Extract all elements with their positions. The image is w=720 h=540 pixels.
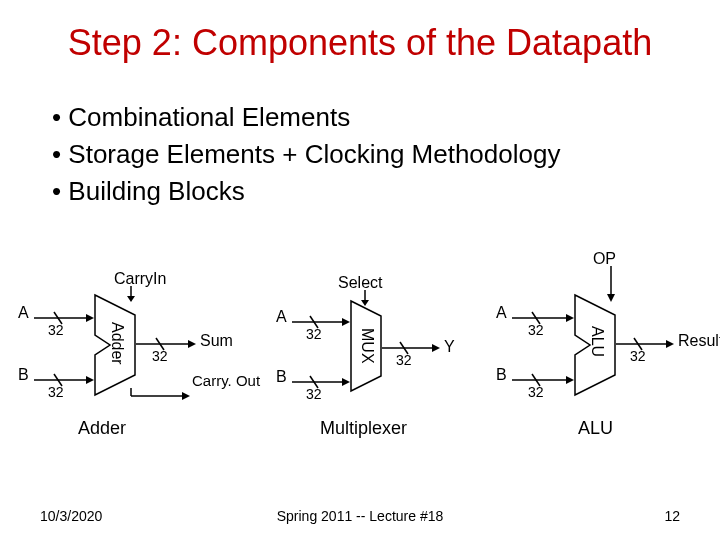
svg-marker-15 <box>361 300 369 306</box>
mux-a-label: A <box>276 308 287 326</box>
result-label: Result <box>678 332 720 350</box>
carryin-label: CarryIn <box>114 270 166 288</box>
mux-caption: Multiplexer <box>320 418 407 439</box>
op-arrow <box>606 266 616 302</box>
svg-marker-26 <box>607 294 615 302</box>
svg-marker-31 <box>566 376 574 384</box>
svg-marker-34 <box>666 340 674 348</box>
svg-marker-28 <box>566 314 574 322</box>
carryout-label: Carry. Out <box>192 372 260 389</box>
alu-caption: ALU <box>578 418 613 439</box>
carryin-arrow <box>126 286 136 302</box>
bullet-item: Storage Elements + Clocking Methodology <box>52 137 560 172</box>
alu-a-width: 32 <box>528 322 544 338</box>
alu-result-width: 32 <box>630 348 646 364</box>
footer-center: Spring 2011 -- Lecture #18 <box>0 508 720 524</box>
mux-b-width: 32 <box>306 386 322 402</box>
bullet-item: Building Blocks <box>52 174 560 209</box>
mux-block-label: MUX <box>358 328 376 364</box>
alu-block-label: ALU <box>588 326 606 357</box>
adder-a-width: 32 <box>48 322 64 338</box>
alu-b-label: B <box>496 366 507 384</box>
svg-marker-13 <box>182 392 190 400</box>
adder-sum-width: 32 <box>152 348 168 364</box>
mux-y-width: 32 <box>396 352 412 368</box>
slide: Step 2: Components of the Datapath Combi… <box>0 0 720 540</box>
diagram-area: CarryIn Select OP Adder A 32 B 32 32 Sum… <box>0 250 720 490</box>
svg-marker-23 <box>432 344 440 352</box>
adder-a-label: A <box>18 304 29 322</box>
adder-b-label: B <box>18 366 29 384</box>
adder-caption: Adder <box>78 418 126 439</box>
footer-page: 12 <box>664 508 680 524</box>
mux-b-label: B <box>276 368 287 386</box>
svg-marker-6 <box>86 376 94 384</box>
carryout-arrow <box>126 388 190 404</box>
svg-marker-1 <box>127 296 135 302</box>
alu-a-label: A <box>496 304 507 322</box>
alu-b-width: 32 <box>528 384 544 400</box>
svg-marker-3 <box>86 314 94 322</box>
sum-label: Sum <box>200 332 233 350</box>
bullet-item: Combinational Elements <box>52 100 560 135</box>
y-label: Y <box>444 338 455 356</box>
svg-marker-20 <box>342 378 350 386</box>
adder-block-label: Adder <box>108 322 126 365</box>
adder-a-wire <box>34 310 94 326</box>
select-arrow <box>360 290 370 306</box>
adder-b-wire <box>34 372 94 388</box>
bullet-list: Combinational Elements Storage Elements … <box>52 100 560 211</box>
svg-marker-17 <box>342 318 350 326</box>
adder-b-width: 32 <box>48 384 64 400</box>
mux-a-width: 32 <box>306 326 322 342</box>
page-title: Step 2: Components of the Datapath <box>0 22 720 64</box>
svg-marker-9 <box>188 340 196 348</box>
